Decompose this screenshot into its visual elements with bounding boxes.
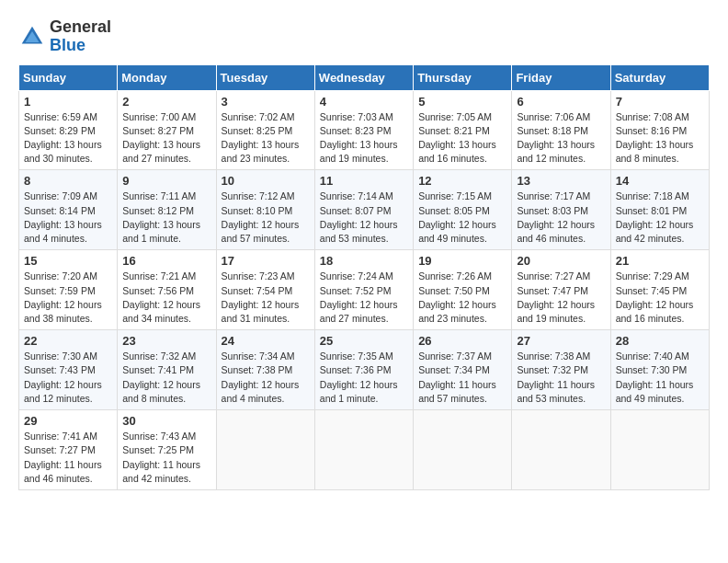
- day-number: 23: [122, 334, 210, 348]
- calendar-cell: 2 Sunrise: 7:00 AM Sunset: 8:27 PM Dayli…: [118, 90, 216, 170]
- day-number: 28: [616, 334, 704, 348]
- calendar-table: SundayMondayTuesdayWednesdayThursdayFrid…: [18, 64, 710, 490]
- day-number: 4: [320, 95, 408, 109]
- day-info: Sunrise: 7:09 AM Sunset: 8:14 PM Dayligh…: [24, 190, 112, 246]
- day-info: Sunrise: 7:00 AM Sunset: 8:27 PM Dayligh…: [122, 110, 210, 167]
- calendar-cell: 18 Sunrise: 7:24 AM Sunset: 7:52 PM Dayl…: [314, 250, 413, 330]
- day-number: 15: [24, 254, 112, 268]
- sunset-label: Sunset: 7:34 PM: [418, 364, 490, 375]
- daylight-label: Daylight: 12 hours and 12 minutes.: [24, 379, 102, 404]
- day-number: 24: [222, 334, 310, 348]
- day-info: Sunrise: 7:18 AM Sunset: 8:01 PM Dayligh…: [616, 190, 704, 246]
- day-number: 17: [222, 254, 310, 268]
- day-info: Sunrise: 7:37 AM Sunset: 7:34 PM Dayligh…: [418, 350, 506, 406]
- day-number: 13: [517, 174, 605, 188]
- sunrise-label: Sunrise: 7:26 AM: [418, 270, 492, 282]
- calendar-cell: 19 Sunrise: 7:26 AM Sunset: 7:50 PM Dayl…: [414, 250, 512, 330]
- daylight-label: Daylight: 11 hours and 46 minutes.: [24, 459, 102, 484]
- sunrise-label: Sunrise: 7:35 AM: [320, 350, 393, 362]
- day-info: Sunrise: 7:26 AM Sunset: 7:50 PM Dayligh…: [418, 270, 506, 326]
- sunset-label: Sunset: 7:41 PM: [122, 364, 194, 375]
- sunset-label: Sunset: 7:54 PM: [222, 285, 293, 296]
- day-number: 12: [418, 174, 506, 188]
- page-header: GeneralBlue: [18, 18, 710, 55]
- sunrise-label: Sunrise: 7:14 AM: [320, 190, 393, 201]
- sunset-label: Sunset: 7:32 PM: [517, 364, 588, 375]
- day-number: 22: [24, 334, 112, 348]
- sunrise-label: Sunrise: 7:20 AM: [24, 270, 97, 282]
- sunrise-label: Sunrise: 7:18 AM: [616, 190, 689, 201]
- day-number: 27: [517, 334, 605, 348]
- day-info: Sunrise: 7:12 AM Sunset: 8:10 PM Dayligh…: [222, 190, 310, 246]
- calendar-cell: [414, 410, 512, 490]
- day-info: Sunrise: 7:11 AM Sunset: 8:12 PM Dayligh…: [122, 190, 210, 246]
- week-row-2: 8 Sunrise: 7:09 AM Sunset: 8:14 PM Dayli…: [19, 170, 710, 250]
- calendar-cell: 29 Sunrise: 7:41 AM Sunset: 7:27 PM Dayl…: [19, 410, 118, 490]
- daylight-label: Daylight: 12 hours and 38 minutes.: [24, 299, 102, 324]
- sunrise-label: Sunrise: 7:34 AM: [222, 350, 295, 362]
- calendar-cell: 1 Sunrise: 6:59 AM Sunset: 8:29 PM Dayli…: [19, 90, 118, 170]
- sunrise-label: Sunrise: 7:32 AM: [122, 350, 196, 362]
- calendar-cell: 16 Sunrise: 7:21 AM Sunset: 7:56 PM Dayl…: [118, 250, 216, 330]
- day-info: Sunrise: 7:21 AM Sunset: 7:56 PM Dayligh…: [122, 270, 210, 326]
- sunrise-label: Sunrise: 7:12 AM: [222, 190, 295, 201]
- daylight-label: Daylight: 12 hours and 34 minutes.: [122, 299, 200, 324]
- sunset-label: Sunset: 8:23 PM: [320, 125, 392, 136]
- day-info: Sunrise: 7:34 AM Sunset: 7:38 PM Dayligh…: [222, 350, 310, 406]
- sunset-label: Sunset: 8:12 PM: [122, 205, 194, 216]
- calendar-cell: 23 Sunrise: 7:32 AM Sunset: 7:41 PM Dayl…: [118, 330, 216, 410]
- sunset-label: Sunset: 8:18 PM: [517, 125, 588, 136]
- sunset-label: Sunset: 8:21 PM: [418, 125, 490, 136]
- day-number: 3: [222, 95, 310, 109]
- daylight-label: Daylight: 12 hours and 31 minutes.: [222, 299, 300, 324]
- sunrise-label: Sunrise: 7:11 AM: [122, 190, 196, 201]
- daylight-label: Daylight: 13 hours and 16 minutes.: [418, 139, 496, 164]
- day-info: Sunrise: 7:43 AM Sunset: 7:25 PM Dayligh…: [122, 430, 210, 486]
- day-number: 14: [616, 174, 704, 188]
- daylight-label: Daylight: 12 hours and 53 minutes.: [320, 219, 398, 244]
- day-info: Sunrise: 7:38 AM Sunset: 7:32 PM Dayligh…: [517, 350, 605, 406]
- day-number: 26: [418, 334, 506, 348]
- week-row-3: 15 Sunrise: 7:20 AM Sunset: 7:59 PM Dayl…: [19, 250, 710, 330]
- sunrise-label: Sunrise: 7:02 AM: [222, 111, 295, 122]
- week-row-4: 22 Sunrise: 7:30 AM Sunset: 7:43 PM Dayl…: [19, 330, 710, 410]
- sunrise-label: Sunrise: 7:21 AM: [122, 270, 196, 282]
- daylight-label: Daylight: 12 hours and 4 minutes.: [222, 379, 300, 404]
- sunset-label: Sunset: 8:14 PM: [24, 205, 96, 216]
- day-info: Sunrise: 6:59 AM Sunset: 8:29 PM Dayligh…: [24, 110, 112, 167]
- daylight-label: Daylight: 12 hours and 57 minutes.: [222, 219, 300, 244]
- day-info: Sunrise: 7:41 AM Sunset: 7:27 PM Dayligh…: [24, 430, 112, 486]
- daylight-label: Daylight: 13 hours and 1 minute.: [122, 219, 200, 244]
- daylight-label: Daylight: 11 hours and 42 minutes.: [122, 459, 200, 484]
- day-number: 7: [616, 95, 704, 109]
- daylight-label: Daylight: 13 hours and 4 minutes.: [24, 219, 102, 244]
- sunset-label: Sunset: 8:27 PM: [122, 125, 194, 136]
- calendar-cell: 9 Sunrise: 7:11 AM Sunset: 8:12 PM Dayli…: [118, 170, 216, 250]
- sunset-label: Sunset: 7:43 PM: [24, 364, 96, 375]
- weekday-header-row: SundayMondayTuesdayWednesdayThursdayFrid…: [19, 64, 710, 90]
- sunrise-label: Sunrise: 7:41 AM: [24, 431, 97, 442]
- sunrise-label: Sunrise: 7:29 AM: [616, 270, 689, 282]
- sunset-label: Sunset: 7:47 PM: [517, 285, 588, 296]
- sunrise-label: Sunrise: 7:00 AM: [122, 111, 196, 122]
- day-number: 10: [222, 174, 310, 188]
- sunset-label: Sunset: 8:29 PM: [24, 125, 96, 136]
- sunrise-label: Sunrise: 7:17 AM: [517, 190, 590, 201]
- day-info: Sunrise: 7:32 AM Sunset: 7:41 PM Dayligh…: [122, 350, 210, 406]
- sunrise-label: Sunrise: 7:15 AM: [418, 190, 492, 201]
- calendar-cell: 12 Sunrise: 7:15 AM Sunset: 8:05 PM Dayl…: [414, 170, 512, 250]
- calendar-cell: 5 Sunrise: 7:05 AM Sunset: 8:21 PM Dayli…: [414, 90, 512, 170]
- sunrise-label: Sunrise: 7:40 AM: [616, 350, 689, 362]
- sunrise-label: Sunrise: 7:24 AM: [320, 270, 393, 282]
- calendar-cell: 8 Sunrise: 7:09 AM Sunset: 8:14 PM Dayli…: [19, 170, 118, 250]
- sunset-label: Sunset: 7:52 PM: [320, 285, 392, 296]
- daylight-label: Daylight: 12 hours and 19 minutes.: [517, 299, 595, 324]
- calendar-cell: 13 Sunrise: 7:17 AM Sunset: 8:03 PM Dayl…: [512, 170, 610, 250]
- day-info: Sunrise: 7:05 AM Sunset: 8:21 PM Dayligh…: [418, 110, 506, 167]
- daylight-label: Daylight: 12 hours and 16 minutes.: [616, 299, 694, 324]
- logo-blue: Blue: [50, 36, 85, 54]
- weekday-sunday: Sunday: [19, 64, 118, 90]
- day-number: 18: [320, 254, 408, 268]
- day-info: Sunrise: 7:35 AM Sunset: 7:36 PM Dayligh…: [320, 350, 408, 406]
- day-number: 1: [24, 95, 112, 109]
